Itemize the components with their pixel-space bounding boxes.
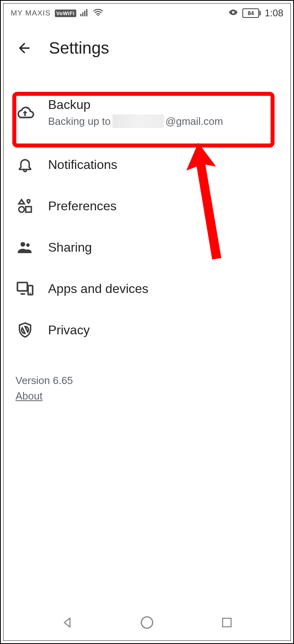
apps-devices-label: Apps and devices xyxy=(48,281,149,296)
svg-point-9 xyxy=(26,243,30,247)
page-title: Settings xyxy=(49,39,109,58)
redacted-email-user xyxy=(112,114,164,128)
vowifi-badge: VoWiFi xyxy=(55,10,76,17)
back-button[interactable] xyxy=(15,39,33,57)
svg-point-4 xyxy=(97,14,99,16)
notifications-label: Notifications xyxy=(48,157,117,172)
battery-indicator: 84 xyxy=(242,8,261,18)
backup-label: Backup xyxy=(48,97,223,112)
settings-item-notifications[interactable]: Notifications xyxy=(4,144,290,185)
about-link[interactable]: About xyxy=(15,390,43,402)
nav-back-button[interactable] xyxy=(58,613,76,632)
svg-point-14 xyxy=(141,617,153,628)
backup-sub-suffix: @gmail.com xyxy=(166,115,223,128)
svg-rect-3 xyxy=(86,9,87,16)
triangle-back-icon xyxy=(60,616,74,629)
settings-list: Backup Backing up to @gmail.com Notifica… xyxy=(4,70,290,351)
svg-rect-2 xyxy=(84,11,85,16)
battery-level: 84 xyxy=(248,10,254,16)
svg-point-12 xyxy=(30,293,31,294)
settings-item-sharing[interactable]: Sharing xyxy=(4,227,290,268)
svg-rect-7 xyxy=(26,207,31,212)
preferences-label: Preferences xyxy=(48,199,117,213)
svg-rect-10 xyxy=(17,283,27,291)
app-header: Settings xyxy=(4,23,290,70)
svg-rect-1 xyxy=(82,12,83,16)
devices-icon xyxy=(15,279,35,298)
eye-icon xyxy=(228,9,238,18)
footer-info: Version 6.65 About xyxy=(4,351,290,402)
settings-item-apps-devices[interactable]: Apps and devices xyxy=(4,268,290,309)
svg-point-6 xyxy=(19,207,24,212)
shapes-icon xyxy=(15,196,35,215)
backup-subtitle: Backing up to @gmail.com xyxy=(48,114,223,128)
svg-rect-0 xyxy=(80,14,81,16)
shield-icon xyxy=(15,320,35,339)
backup-sub-prefix: Backing up to xyxy=(48,115,111,128)
privacy-label: Privacy xyxy=(48,323,90,338)
arrow-left-icon xyxy=(16,40,32,56)
settings-item-privacy[interactable]: Privacy xyxy=(4,309,290,351)
settings-item-backup[interactable]: Backup Backing up to @gmail.com xyxy=(4,81,290,144)
svg-point-5 xyxy=(232,11,234,14)
signal-icon xyxy=(80,8,89,18)
people-icon xyxy=(15,238,35,257)
version-label: Version 6.65 xyxy=(15,374,279,387)
nav-home-button[interactable] xyxy=(138,613,156,632)
cloud-upload-icon xyxy=(15,103,35,122)
square-recent-icon xyxy=(220,616,233,629)
circle-home-icon xyxy=(139,615,155,630)
clock-label: 1:08 xyxy=(265,8,283,19)
svg-point-8 xyxy=(21,242,25,247)
nav-recent-button[interactable] xyxy=(218,613,236,632)
bell-icon xyxy=(15,155,35,174)
svg-rect-15 xyxy=(222,618,231,627)
sharing-label: Sharing xyxy=(48,240,92,255)
wifi-icon xyxy=(93,8,103,18)
settings-item-preferences[interactable]: Preferences xyxy=(4,185,290,227)
system-nav-bar xyxy=(4,605,290,640)
carrier-label: MY MAXIS xyxy=(11,9,51,17)
status-bar: MY MAXIS VoWiFi 84 1:08 xyxy=(4,4,290,23)
